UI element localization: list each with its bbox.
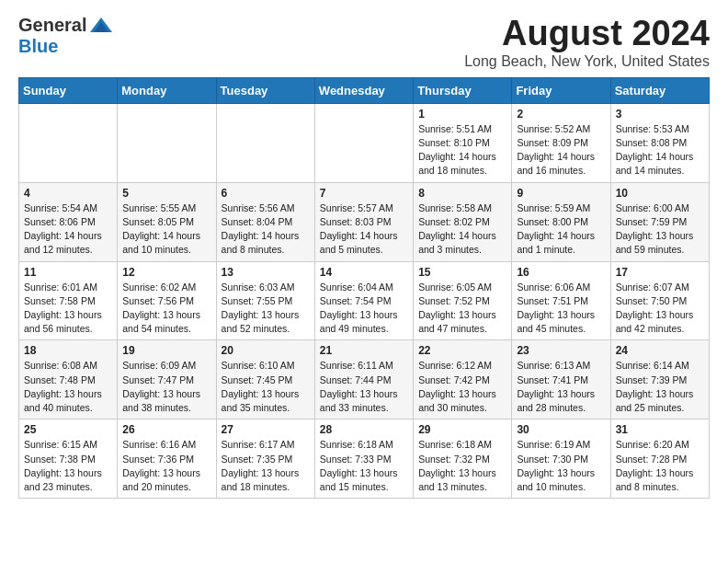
day-detail: Sunrise: 6:08 AM Sunset: 7:48 PM Dayligh…	[24, 359, 112, 415]
day-detail: Sunrise: 5:56 AM Sunset: 8:04 PM Dayligh…	[222, 201, 310, 258]
day-detail: Sunrise: 6:02 AM Sunset: 7:56 PM Dayligh…	[122, 281, 210, 337]
day-detail: Sunrise: 6:15 AM Sunset: 7:38 PM Dayligh…	[24, 438, 112, 494]
calendar-cell: 22Sunrise: 6:12 AM Sunset: 7:42 PM Dayli…	[414, 340, 512, 419]
day-detail: Sunrise: 5:55 AM Sunset: 8:05 PM Dayligh…	[122, 201, 210, 258]
day-detail: Sunrise: 5:54 AM Sunset: 8:06 PM Dayligh…	[24, 201, 112, 258]
calendar-week-3: 11Sunrise: 6:01 AM Sunset: 7:58 PM Dayli…	[19, 261, 710, 340]
calendar-subtitle: Long Beach, New York, United States	[464, 53, 710, 70]
logo-general-text: General	[18, 15, 86, 36]
day-detail: Sunrise: 6:13 AM Sunset: 7:41 PM Dayligh…	[517, 359, 605, 415]
calendar-week-5: 25Sunrise: 6:15 AM Sunset: 7:38 PM Dayli…	[19, 419, 710, 499]
calendar-cell: 16Sunrise: 6:06 AM Sunset: 7:51 PM Dayli…	[512, 261, 610, 340]
column-header-sunday: Sunday	[19, 77, 118, 103]
day-number: 19	[122, 344, 210, 357]
day-number: 21	[320, 344, 408, 357]
day-number: 23	[517, 344, 605, 357]
calendar-cell: 9Sunrise: 5:59 AM Sunset: 8:00 PM Daylig…	[512, 182, 610, 261]
day-detail: Sunrise: 6:18 AM Sunset: 7:32 PM Dayligh…	[418, 438, 506, 494]
day-detail: Sunrise: 5:59 AM Sunset: 8:00 PM Dayligh…	[517, 201, 605, 258]
day-detail: Sunrise: 6:14 AM Sunset: 7:39 PM Dayligh…	[616, 359, 704, 415]
day-number: 27	[222, 423, 310, 436]
column-header-thursday: Thursday	[414, 77, 512, 103]
calendar-cell	[314, 103, 413, 182]
day-detail: Sunrise: 6:12 AM Sunset: 7:42 PM Dayligh…	[418, 359, 506, 415]
day-number: 31	[616, 423, 704, 436]
calendar-cell: 29Sunrise: 6:18 AM Sunset: 7:32 PM Dayli…	[414, 419, 512, 499]
title-area: August 2024 Long Beach, New York, United…	[464, 15, 710, 70]
column-header-wednesday: Wednesday	[314, 77, 413, 103]
day-detail: Sunrise: 5:52 AM Sunset: 8:09 PM Dayligh…	[517, 122, 605, 178]
calendar-cell: 4Sunrise: 5:54 AM Sunset: 8:06 PM Daylig…	[19, 182, 118, 261]
calendar-cell: 30Sunrise: 6:19 AM Sunset: 7:30 PM Dayli…	[512, 419, 610, 499]
calendar-title: August 2024	[464, 15, 710, 53]
day-detail: Sunrise: 6:11 AM Sunset: 7:44 PM Dayligh…	[320, 359, 408, 415]
day-number: 14	[320, 266, 408, 279]
calendar-cell: 28Sunrise: 6:18 AM Sunset: 7:33 PM Dayli…	[314, 419, 413, 499]
calendar-cell: 15Sunrise: 6:05 AM Sunset: 7:52 PM Dayli…	[414, 261, 512, 340]
day-number: 13	[222, 266, 310, 279]
day-detail: Sunrise: 6:05 AM Sunset: 7:52 PM Dayligh…	[418, 281, 506, 337]
calendar-cell: 1Sunrise: 5:51 AM Sunset: 8:10 PM Daylig…	[414, 103, 512, 182]
calendar-body: 1Sunrise: 5:51 AM Sunset: 8:10 PM Daylig…	[19, 103, 710, 498]
calendar-week-1: 1Sunrise: 5:51 AM Sunset: 8:10 PM Daylig…	[19, 103, 710, 182]
calendar-cell: 27Sunrise: 6:17 AM Sunset: 7:35 PM Dayli…	[216, 419, 314, 499]
calendar-cell: 5Sunrise: 5:55 AM Sunset: 8:05 PM Daylig…	[118, 182, 216, 261]
day-number: 5	[122, 187, 210, 200]
column-header-friday: Friday	[512, 77, 610, 103]
calendar-table: SundayMondayTuesdayWednesdayThursdayFrid…	[18, 77, 710, 499]
day-number: 30	[517, 423, 605, 436]
day-number: 22	[418, 344, 506, 357]
day-detail: Sunrise: 6:01 AM Sunset: 7:58 PM Dayligh…	[24, 281, 112, 337]
day-number: 24	[616, 344, 704, 357]
day-number: 26	[122, 423, 210, 436]
calendar-header: SundayMondayTuesdayWednesdayThursdayFrid…	[19, 77, 710, 103]
day-number: 29	[418, 423, 506, 436]
calendar-cell	[216, 103, 314, 182]
calendar-cell: 20Sunrise: 6:10 AM Sunset: 7:45 PM Dayli…	[216, 340, 314, 419]
calendar-cell: 31Sunrise: 6:20 AM Sunset: 7:28 PM Dayli…	[610, 419, 709, 499]
day-number: 6	[222, 187, 310, 200]
day-detail: Sunrise: 6:09 AM Sunset: 7:47 PM Dayligh…	[122, 359, 210, 415]
calendar-cell	[118, 103, 216, 182]
logo-icon	[88, 16, 114, 36]
day-number: 4	[24, 187, 112, 200]
day-detail: Sunrise: 6:18 AM Sunset: 7:33 PM Dayligh…	[320, 438, 408, 494]
day-detail: Sunrise: 6:03 AM Sunset: 7:55 PM Dayligh…	[222, 281, 310, 337]
calendar-cell: 6Sunrise: 5:56 AM Sunset: 8:04 PM Daylig…	[216, 182, 314, 261]
day-number: 15	[418, 266, 506, 279]
day-number: 28	[320, 423, 408, 436]
day-number: 20	[222, 344, 310, 357]
day-detail: Sunrise: 6:00 AM Sunset: 7:59 PM Dayligh…	[616, 201, 704, 258]
day-number: 11	[24, 266, 112, 279]
day-number: 18	[24, 344, 112, 357]
page-header: General Blue August 2024 Long Beach, New…	[18, 15, 710, 70]
calendar-cell: 24Sunrise: 6:14 AM Sunset: 7:39 PM Dayli…	[610, 340, 709, 419]
calendar-cell: 7Sunrise: 5:57 AM Sunset: 8:03 PM Daylig…	[314, 182, 413, 261]
calendar-cell: 21Sunrise: 6:11 AM Sunset: 7:44 PM Dayli…	[314, 340, 413, 419]
calendar-cell: 2Sunrise: 5:52 AM Sunset: 8:09 PM Daylig…	[512, 103, 610, 182]
calendar-cell: 19Sunrise: 6:09 AM Sunset: 7:47 PM Dayli…	[118, 340, 216, 419]
calendar-cell: 10Sunrise: 6:00 AM Sunset: 7:59 PM Dayli…	[610, 182, 709, 261]
day-detail: Sunrise: 6:04 AM Sunset: 7:54 PM Dayligh…	[320, 281, 408, 337]
logo: General Blue	[18, 15, 114, 57]
day-number: 8	[418, 187, 506, 200]
calendar-cell: 8Sunrise: 5:58 AM Sunset: 8:02 PM Daylig…	[414, 182, 512, 261]
day-number: 1	[418, 108, 506, 121]
day-number: 2	[517, 108, 605, 121]
calendar-cell: 12Sunrise: 6:02 AM Sunset: 7:56 PM Dayli…	[118, 261, 216, 340]
day-detail: Sunrise: 5:53 AM Sunset: 8:08 PM Dayligh…	[616, 122, 704, 178]
calendar-cell	[19, 103, 118, 182]
column-header-monday: Monday	[118, 77, 216, 103]
column-header-tuesday: Tuesday	[216, 77, 314, 103]
day-number: 25	[24, 423, 112, 436]
day-number: 12	[122, 266, 210, 279]
day-detail: Sunrise: 5:57 AM Sunset: 8:03 PM Dayligh…	[320, 201, 408, 258]
column-header-saturday: Saturday	[610, 77, 709, 103]
day-number: 3	[616, 108, 704, 121]
day-detail: Sunrise: 6:16 AM Sunset: 7:36 PM Dayligh…	[122, 438, 210, 494]
logo-blue-text: Blue	[18, 36, 58, 57]
calendar-week-4: 18Sunrise: 6:08 AM Sunset: 7:48 PM Dayli…	[19, 340, 710, 419]
calendar-cell: 14Sunrise: 6:04 AM Sunset: 7:54 PM Dayli…	[314, 261, 413, 340]
calendar-cell: 18Sunrise: 6:08 AM Sunset: 7:48 PM Dayli…	[19, 340, 118, 419]
day-detail: Sunrise: 6:07 AM Sunset: 7:50 PM Dayligh…	[616, 281, 704, 337]
